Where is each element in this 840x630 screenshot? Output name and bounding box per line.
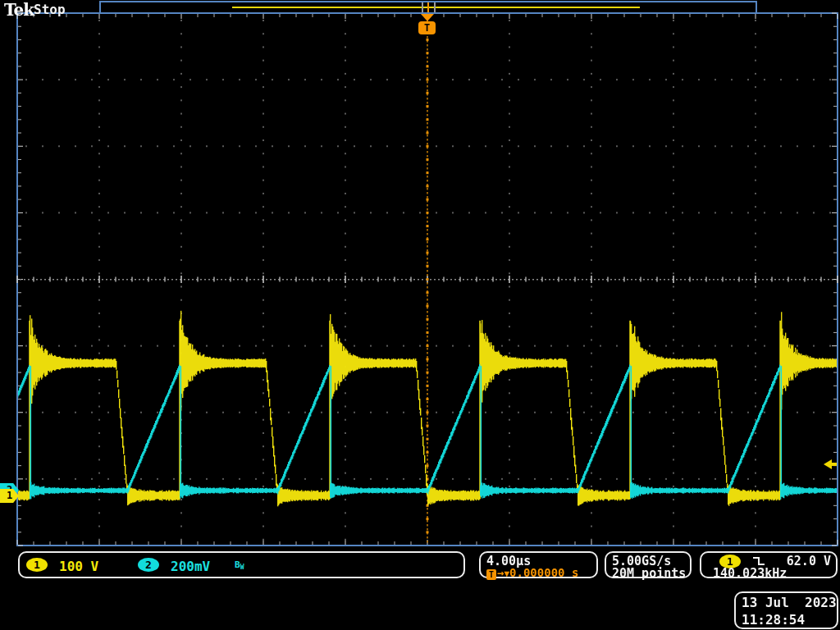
falling-edge-icon: [752, 555, 765, 567]
arrow-tail: [831, 463, 837, 466]
trigger-flag[interactable]: T: [418, 21, 436, 34]
channel-readout-box[interactable]: 1 100 V 2 200mV BW: [18, 551, 465, 578]
record-length: 20M points: [612, 566, 686, 581]
record-view-bar: [99, 1, 757, 14]
ch1-scale: 100 V: [59, 559, 98, 574]
ch2-badge: 2: [138, 558, 159, 572]
trigger-position-line: [427, 2, 429, 12]
trigger-level-value: 62.0 V: [787, 554, 831, 568]
bandwidth-limit-icon: BW: [235, 559, 244, 571]
trigger-readout-box[interactable]: 1 62.0 V 140.023kHz: [700, 551, 838, 578]
trigger-frequency: 140.023kHz: [713, 566, 787, 581]
record-waveform-segment: [232, 7, 640, 8]
trigger-level-arrow-icon[interactable]: [824, 459, 838, 469]
acquisition-status[interactable]: Stop: [34, 2, 66, 17]
time-value: 11:28:54: [742, 612, 805, 628]
graticule-waveform-canvas: [0, 0, 840, 630]
expansion-bracket-left-icon: [422, 2, 423, 12]
tek-logo: Tek: [4, 0, 34, 20]
expansion-bracket-right-icon: [434, 2, 436, 12]
datetime-box: 13 Jul 2023 11:28:54: [734, 591, 838, 629]
date-value: 13 Jul 2023: [742, 595, 837, 610]
oscilloscope-screen: Tek Stop T 2 1 1 100 V 2 200mV BW 4.00µs…: [0, 0, 840, 630]
ch1-badge: 1: [26, 558, 48, 572]
acquisition-readout-box[interactable]: 5.00GS/s 20M points: [605, 551, 692, 578]
delay-value: 0.000000 s: [509, 566, 578, 579]
ch2-scale: 200mV: [171, 559, 210, 574]
horizontal-readout-box[interactable]: 4.00µs T→▼0.000000 s: [479, 551, 598, 578]
trigger-delay-readout: T→▼0.000000 s: [486, 566, 578, 580]
trigger-mini-flag-icon: T: [486, 569, 496, 580]
trigger-position-triangle-icon: [421, 14, 434, 21]
